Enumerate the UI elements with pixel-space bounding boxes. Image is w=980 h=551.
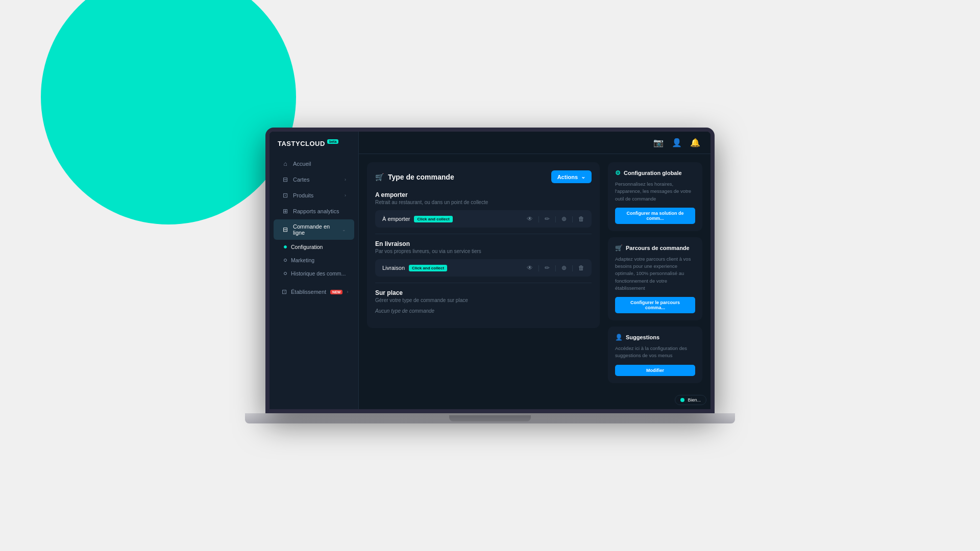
main-panel: 🛒 Type de commande Actions ⌄ A e <box>367 162 600 401</box>
copy-icon[interactable]: ⊕ <box>561 215 567 222</box>
chevron-icon: › <box>345 177 346 182</box>
sidebar: TASTYCLOUD beta ⌂ Accueil ⊟ Cartes › <box>270 132 359 409</box>
delete-icon[interactable]: 🗑 <box>578 215 584 222</box>
nav-label-commande: Commande en ligne <box>293 223 338 236</box>
sidebar-item-configuration[interactable]: Configuration <box>270 240 358 254</box>
nav-label-produits: Produits <box>293 192 340 198</box>
user-icon: ⊡ <box>282 288 287 295</box>
section-a-emporter: A emporter Retrait au restaurant, ou dan… <box>375 191 592 228</box>
section-title-sur-place: Sur place <box>375 289 592 296</box>
chat-bubble[interactable]: Bien... <box>675 395 706 405</box>
chat-dot <box>680 398 684 402</box>
actions-button[interactable]: Actions ⌄ <box>551 170 592 183</box>
nav-label-cartes: Cartes <box>293 177 340 183</box>
main-content: 📷 👤 🔔 🛒 Type de commande <box>359 132 710 409</box>
laptop-notch <box>449 415 531 421</box>
dot-icon <box>284 272 287 275</box>
book-icon: ⊟ <box>282 176 289 183</box>
section-subtitle-a-emporter: Retrait au restaurant, ou dans un point … <box>375 199 592 205</box>
laptop-screen: TASTYCLOUD beta ⌂ Accueil ⊟ Cartes › <box>265 128 715 413</box>
sidebar-item-marketing[interactable]: Marketing <box>270 254 358 267</box>
order-type-tag: Click and collect <box>414 216 452 222</box>
order-type-card: 🛒 Type de commande Actions ⌄ A e <box>367 162 600 328</box>
section-en-livraison: En livraison Par vos propres livreurs, o… <box>375 240 592 277</box>
sidebar-logo: TASTYCLOUD beta <box>270 132 358 152</box>
section-subtitle-en-livraison: Par vos propres livreurs, ou via un serv… <box>375 248 592 254</box>
home-icon: ⌂ <box>282 160 289 167</box>
no-type-text: Aucun type de commande <box>375 308 592 314</box>
widget-text-config: Personnalisez les horaires, l'apparence,… <box>615 181 695 203</box>
widget-title-text-config: Configuration globale <box>624 170 682 176</box>
chevron-down-icon: ⌄ <box>342 227 346 232</box>
order-type-name-livraison: Livraison <box>382 265 405 271</box>
modifier-btn[interactable]: Modifier <box>615 365 695 376</box>
separator: | <box>538 264 540 271</box>
separator: | <box>555 264 556 271</box>
chevron-icon: › <box>345 193 346 198</box>
nav-label-etablissement: Établissement <box>291 289 326 295</box>
widget-title-text-suggestions: Suggestions <box>626 334 659 340</box>
bell-icon[interactable]: 🔔 <box>690 138 700 147</box>
order-type-tag-livraison: Click and collect <box>409 265 447 271</box>
card-header: 🛒 Type de commande Actions ⌄ <box>375 170 592 183</box>
divider <box>375 234 592 234</box>
nav-label-accueil: Accueil <box>293 161 346 167</box>
edit-icon[interactable]: ✏ <box>545 215 550 222</box>
sub-nav-label-configuration: Configuration <box>291 244 323 250</box>
sidebar-item-rapports[interactable]: ⊞ Rapports analytics <box>274 204 354 219</box>
sidebar-item-cartes[interactable]: ⊟ Cartes › <box>274 172 354 187</box>
view-icon[interactable]: 👁 <box>527 215 533 222</box>
config-btn[interactable]: Configurer ma solution de comm... <box>615 208 695 224</box>
order-type-info: À emporter Click and collect <box>382 216 453 222</box>
active-dot <box>284 245 287 248</box>
parcours-btn[interactable]: Configurer le parcours comma... <box>615 297 695 313</box>
sidebar-nav: ⌂ Accueil ⊟ Cartes › ⊡ Produits › <box>270 152 358 409</box>
separator: | <box>572 215 573 222</box>
order-type-row-a-emporter: À emporter Click and collect 👁 | ✏ | ⊕ <box>375 210 592 228</box>
separator: | <box>572 264 573 271</box>
user-icon[interactable]: 👤 <box>672 138 682 147</box>
sidebar-item-accueil[interactable]: ⌂ Accueil <box>274 156 354 171</box>
right-sidebar: ⚙ Configuration globale Personnalisez le… <box>608 162 702 401</box>
sidebar-item-commande[interactable]: ⊟ Commande en ligne ⌄ <box>274 219 354 240</box>
gift-icon: ⊡ <box>282 192 289 199</box>
cart-widget-icon: 🛒 <box>615 244 623 252</box>
laptop-base <box>245 413 735 423</box>
suggestions-icon: 👤 <box>615 334 623 341</box>
divider <box>375 283 592 283</box>
section-subtitle-sur-place: Gérer votre type de commande sur place <box>375 297 592 303</box>
view-icon[interactable]: 👁 <box>527 264 533 271</box>
order-type-actions-livraison: 👁 | ✏ | ⊕ | 🗑 <box>527 264 584 271</box>
sidebar-item-produits[interactable]: ⊡ Produits › <box>274 188 354 203</box>
topbar: 📷 👤 🔔 <box>359 132 710 154</box>
separator: | <box>555 215 556 222</box>
order-type-name: À emporter <box>382 216 410 222</box>
widget-title-text-parcours: Parcours de commande <box>626 245 690 251</box>
order-type-info-livraison: Livraison Click and collect <box>382 265 447 271</box>
widget-title-suggestions: 👤 Suggestions <box>615 334 695 341</box>
actions-label: Actions <box>557 174 578 180</box>
edit-icon[interactable]: ✏ <box>545 264 550 271</box>
widget-parcours: 🛒 Parcours de commande Adaptez votre par… <box>608 237 702 320</box>
camera-icon[interactable]: 📷 <box>653 138 664 147</box>
cart-icon: ⊟ <box>282 226 289 233</box>
app-container: TASTYCLOUD beta ⌂ Accueil ⊟ Cartes › <box>270 132 710 409</box>
delete-icon[interactable]: 🗑 <box>578 264 584 271</box>
content-area: 🛒 Type de commande Actions ⌄ A e <box>359 154 710 409</box>
widget-title-config: ⚙ Configuration globale <box>615 169 695 177</box>
order-type-row-livraison: Livraison Click and collect 👁 | ✏ | ⊕ <box>375 259 592 277</box>
widget-text-parcours: Adaptez votre parcours client à vos beso… <box>615 256 695 292</box>
card-title-text: Type de commande <box>388 173 454 181</box>
sub-nav-label-marketing: Marketing <box>291 257 314 263</box>
nav-label-rapports: Rapports analytics <box>293 208 346 214</box>
card-title: 🛒 Type de commande <box>375 173 454 181</box>
section-sur-place: Sur place Gérer votre type de commande s… <box>375 289 592 314</box>
chat-text: Bien... <box>688 397 701 403</box>
sidebar-item-historique[interactable]: Historique des comm... <box>270 267 358 280</box>
section-title-a-emporter: A emporter <box>375 191 592 198</box>
new-badge: NEW <box>330 290 342 294</box>
sidebar-item-etablissement[interactable]: ⊡ Établissement NEW › <box>274 284 354 299</box>
widget-text-suggestions: Accédez ici à la configuration des sugge… <box>615 345 695 360</box>
order-type-actions: 👁 | ✏ | ⊕ | 🗑 <box>527 215 584 222</box>
copy-icon[interactable]: ⊕ <box>561 264 567 271</box>
